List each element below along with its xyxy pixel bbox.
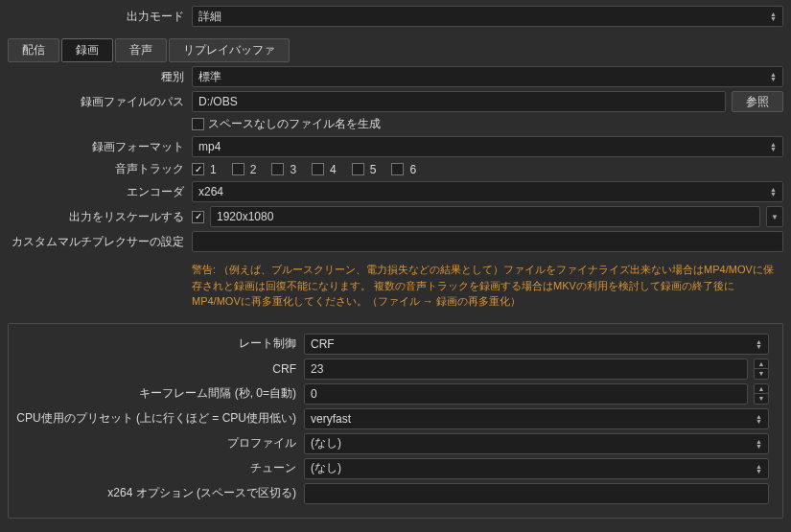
preset-label: CPU使用のプリセット (上に行くほど = CPU使用低い): [16, 410, 304, 427]
audio-track-5-checkbox[interactable]: [352, 163, 364, 175]
rescale-checkbox[interactable]: [192, 211, 204, 223]
output-mode-value: 詳細: [198, 9, 221, 25]
encoder-select[interactable]: x264 ▲▼: [192, 181, 783, 202]
audio-track-3-label: 3: [290, 163, 296, 176]
profile-select[interactable]: (なし) ▲▼: [304, 433, 769, 454]
crf-input[interactable]: 23: [304, 359, 748, 380]
preset-value: veryfast: [311, 412, 351, 426]
type-select[interactable]: 標準 ▲▼: [192, 66, 783, 87]
audio-track-6-checkbox[interactable]: [391, 163, 404, 175]
output-mode-select[interactable]: 詳細 ▲▼: [192, 6, 783, 27]
chevron-down-icon[interactable]: ▼: [755, 394, 768, 404]
x264opts-label: x264 オプション (スペースで区切る): [16, 485, 304, 501]
audio-track-4-label: 4: [330, 163, 337, 176]
path-value: D:/OBS: [198, 95, 238, 108]
updown-icon: ▲▼: [756, 464, 762, 474]
keyframe-label: キーフレーム間隔 (秒, 0=自動): [16, 385, 304, 402]
chevron-up-icon[interactable]: ▲: [755, 384, 768, 395]
keyframe-value: 0: [311, 387, 317, 401]
audio-tracks: 123456: [192, 163, 783, 176]
updown-icon: ▲▼: [756, 339, 762, 349]
rate-control-value: CRF: [311, 337, 335, 351]
tune-value: (なし): [311, 460, 341, 476]
updown-icon: ▲▼: [756, 439, 762, 449]
muxer-input[interactable]: [192, 231, 783, 252]
rescale-input[interactable]: 1920x1080: [210, 206, 760, 227]
format-value: mp4: [198, 140, 221, 153]
audio-track-2-label: 2: [250, 163, 257, 176]
encoder-value: x264: [198, 185, 223, 198]
encoder-label: エンコーダ: [8, 184, 192, 200]
preset-select[interactable]: veryfast ▲▼: [304, 408, 769, 429]
browse-button[interactable]: 参照: [732, 91, 783, 112]
rescale-label: 出力をリスケールする: [8, 209, 192, 225]
encoder-settings-panel: レート制御 CRF ▲▼ CRF 23 ▲▼ キーフレーム間隔 (秒, 0=自動…: [8, 323, 783, 519]
audio-track-4-checkbox[interactable]: [312, 163, 324, 175]
muxer-label: カスタムマルチプレクサーの設定: [8, 234, 192, 250]
crf-spinner[interactable]: ▲▼: [754, 359, 769, 380]
path-input[interactable]: D:/OBS: [192, 91, 726, 112]
updown-icon: ▲▼: [770, 72, 777, 81]
audio-track-1-label: 1: [210, 163, 217, 176]
tab-audio[interactable]: 音声: [115, 38, 167, 62]
rescale-value: 1920x1080: [217, 210, 273, 223]
audio-track-6-label: 6: [409, 163, 416, 176]
keyframe-spinner[interactable]: ▲▼: [754, 383, 769, 405]
profile-label: プロファイル: [16, 435, 304, 451]
type-value: 標準: [198, 69, 221, 85]
warning-text: 警告: （例えば、ブルースクリーン、電力損失などの結果として）ファイルをファイナ…: [0, 256, 791, 319]
tab-stream[interactable]: 配信: [8, 38, 59, 62]
audio-track-label: 音声トラック: [8, 161, 192, 177]
rate-control-select[interactable]: CRF ▲▼: [304, 334, 769, 355]
profile-value: (なし): [311, 435, 341, 451]
rescale-dropdown-icon[interactable]: ▼: [766, 206, 783, 227]
type-label: 種別: [8, 69, 192, 85]
chevron-down-icon[interactable]: ▼: [755, 369, 768, 379]
crf-value: 23: [311, 362, 323, 376]
tab-replay[interactable]: リプレイバッファ: [169, 38, 290, 62]
no-space-label: スペースなしのファイル名を生成: [208, 116, 381, 132]
audio-track-2-checkbox[interactable]: [232, 163, 244, 175]
path-label: 録画ファイルのパス: [8, 94, 192, 110]
audio-track-1-checkbox[interactable]: [192, 163, 204, 175]
tab-record[interactable]: 録画: [61, 38, 113, 62]
format-select[interactable]: mp4 ▲▼: [192, 136, 783, 157]
audio-track-3-checkbox[interactable]: [271, 163, 284, 175]
crf-label: CRF: [16, 362, 304, 376]
output-mode-label: 出力モード: [8, 9, 192, 25]
updown-icon: ▲▼: [770, 12, 777, 21]
rate-control-label: レート制御: [16, 335, 304, 352]
audio-track-5-label: 5: [370, 163, 377, 176]
x264opts-input[interactable]: [304, 483, 769, 504]
no-space-checkbox[interactable]: [192, 118, 204, 130]
format-label: 録画フォーマット: [8, 139, 192, 155]
chevron-up-icon[interactable]: ▲: [755, 359, 768, 370]
tabs: 配信 録画 音声 リプレイバッファ: [0, 31, 791, 66]
tune-select[interactable]: (なし) ▲▼: [304, 458, 769, 479]
keyframe-input[interactable]: 0: [304, 383, 748, 405]
tune-label: チューン: [16, 460, 304, 476]
updown-icon: ▲▼: [770, 187, 777, 197]
updown-icon: ▲▼: [770, 142, 777, 151]
updown-icon: ▲▼: [756, 414, 762, 424]
